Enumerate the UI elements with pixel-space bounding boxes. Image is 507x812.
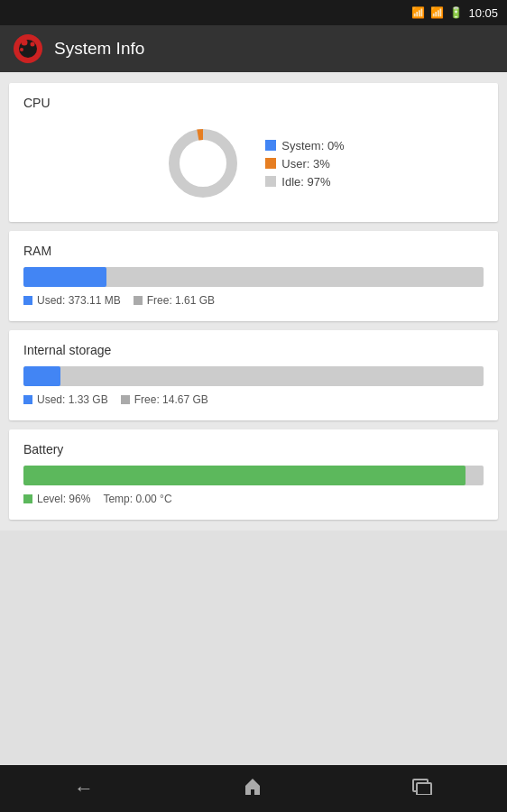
battery-status-icon: 🔋 <box>449 6 463 19</box>
battery-level-legend: Level: 96% <box>23 493 90 505</box>
wifi-icon: 📶 <box>411 6 425 19</box>
status-bar: 📶 📶 🔋 10:05 <box>0 0 507 25</box>
cpu-user-legend: User: 3% <box>265 157 344 171</box>
app-logo-icon <box>13 33 43 64</box>
cpu-card: CPU System: 0% <box>9 83 498 222</box>
storage-progress-bar <box>23 366 484 386</box>
svg-rect-8 <box>417 783 431 795</box>
svg-point-3 <box>31 42 35 47</box>
cpu-title: CPU <box>23 96 484 110</box>
storage-used-bar <box>23 366 60 386</box>
nav-bar: ← <box>0 765 507 812</box>
ram-used-dot <box>23 296 32 305</box>
nav-recents-button[interactable] <box>411 777 433 800</box>
ram-progress-bar <box>23 267 484 287</box>
storage-card: Internal storage Used: 1.33 GB Free: 14.… <box>9 330 498 420</box>
ram-legend: Used: 373.11 MB Free: 1.61 GB <box>23 294 484 307</box>
storage-used-label: Used: 1.33 GB <box>37 393 108 406</box>
app-bar: System Info <box>0 25 507 72</box>
cpu-user-label: User: 3% <box>281 157 329 171</box>
ram-free-dot <box>134 296 143 305</box>
main-content: CPU System: 0% <box>0 72 507 531</box>
ram-used-legend: Used: 373.11 MB <box>23 294 121 307</box>
battery-title: Battery <box>23 442 484 457</box>
svg-point-2 <box>22 40 28 46</box>
storage-free-label: Free: 14.67 GB <box>134 393 208 406</box>
ram-card: RAM Used: 373.11 MB Free: 1.61 GB <box>9 231 498 321</box>
nav-home-button[interactable] <box>242 775 263 802</box>
storage-free-legend: Free: 14.67 GB <box>121 393 208 406</box>
cpu-system-label: System: 0% <box>281 139 344 152</box>
storage-used-legend: Used: 1.33 GB <box>23 393 108 406</box>
battery-progress-bar <box>23 466 484 485</box>
ram-used-label: Used: 373.11 MB <box>37 294 121 307</box>
cpu-system-legend: System: 0% <box>265 139 344 152</box>
battery-card: Battery Level: 96% Temp: 0.00 °C <box>9 429 498 520</box>
bluetooth-icon: 📶 <box>430 6 444 19</box>
cpu-idle-legend: Idle: 97% <box>265 175 344 189</box>
battery-level-bar <box>23 466 466 485</box>
ram-title: RAM <box>23 244 484 258</box>
cpu-donut-chart <box>162 123 244 204</box>
storage-free-dot <box>121 395 130 404</box>
nav-back-button[interactable]: ← <box>74 777 94 800</box>
ram-free-legend: Free: 1.61 GB <box>134 294 215 307</box>
storage-legend: Used: 1.33 GB Free: 14.67 GB <box>23 393 484 406</box>
cpu-idle-label: Idle: 97% <box>281 175 330 189</box>
system-dot <box>265 140 276 151</box>
storage-title: Internal storage <box>23 343 484 357</box>
battery-temp-label: Temp: 0.00 °C <box>103 493 171 505</box>
battery-legend: Level: 96% Temp: 0.00 °C <box>23 493 484 505</box>
status-time: 10:05 <box>468 6 498 20</box>
idle-dot <box>265 176 276 187</box>
svg-point-4 <box>20 48 23 51</box>
battery-level-dot <box>23 494 32 503</box>
ram-free-label: Free: 1.61 GB <box>147 294 215 307</box>
app-title: System Info <box>54 39 144 59</box>
user-dot <box>265 158 276 169</box>
ram-used-bar <box>23 267 106 287</box>
storage-used-dot <box>23 395 32 404</box>
svg-point-5 <box>174 134 232 192</box>
cpu-legend: System: 0% User: 3% Idle: 97% <box>265 139 344 189</box>
battery-level-label: Level: 96% <box>37 493 90 505</box>
